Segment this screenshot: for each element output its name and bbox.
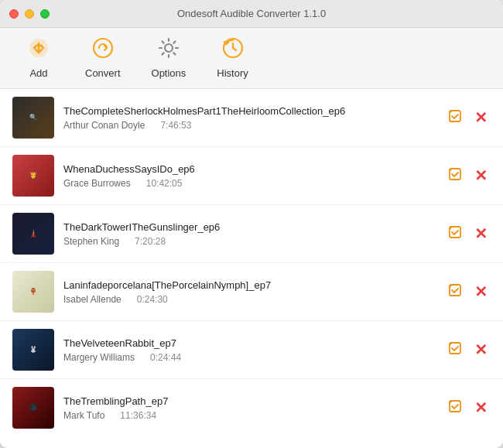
book-duration: 7:20:28 (135, 236, 166, 247)
toolbar: Add Convert Options (0, 28, 503, 89)
svg-rect-7 (450, 285, 460, 296)
book-meta: Mark Tufo 11:36:34 (63, 410, 436, 421)
book-author: Isabel Allende (63, 294, 121, 305)
book-title: WhenaDuchessSaysIDo_ep6 (63, 163, 436, 175)
edit-icon (448, 399, 462, 417)
add-icon (28, 37, 50, 64)
edit-icon (448, 167, 462, 185)
book-info: TheCompleteSherlockHolmesPart1TheHeirloo… (63, 105, 436, 131)
book-author: Mark Tufo (63, 410, 104, 421)
minimize-button[interactable] (25, 9, 34, 19)
book-cover: 🗼 (12, 213, 54, 255)
book-title: TheDarkTowerITheGunslinger_ep6 (63, 221, 436, 233)
book-duration: 7:46:53 (160, 120, 191, 131)
svg-rect-5 (450, 169, 460, 180)
book-actions: ✕ (445, 163, 491, 188)
book-list: 🔍 TheCompleteSherlockHolmesPart1TheHeirl… (0, 89, 503, 448)
book-title: TheTremblingPath_ep7 (63, 395, 436, 407)
book-info: TheTremblingPath_ep7 Mark Tufo 11:36:34 (63, 395, 436, 421)
book-actions: ✕ (445, 337, 491, 362)
svg-rect-4 (450, 111, 460, 121)
edit-button[interactable] (445, 338, 465, 362)
book-title: TheCompleteSherlockHolmesPart1TheHeirloo… (63, 105, 436, 117)
history-icon (222, 37, 244, 64)
options-icon (158, 37, 180, 64)
book-cover: 🏺 (12, 271, 54, 313)
book-info: Laninfadeporcelana[ThePorcelainNymph]_ep… (63, 279, 436, 305)
book-meta: Isabel Allende 0:24:30 (63, 294, 436, 305)
edit-icon (448, 109, 462, 127)
options-label: Options (152, 67, 186, 79)
book-info: WhenaDuchessSaysIDo_ep6 Grace Burrowes 1… (63, 163, 436, 189)
svg-rect-9 (450, 401, 460, 412)
table-row: 🏺 Laninfadeporcelana[ThePorcelainNymph]_… (0, 263, 503, 321)
book-actions: ✕ (445, 279, 491, 304)
delete-button[interactable]: ✕ (471, 221, 491, 246)
history-button[interactable]: History (209, 34, 255, 82)
book-info: TheVelveteenRabbit_ep7 Margery Williams … (63, 337, 436, 363)
delete-button[interactable]: ✕ (471, 279, 491, 304)
book-cover: 🔍 (12, 97, 54, 139)
book-meta: Arthur Conan Doyle 7:46:53 (63, 120, 436, 131)
svg-point-1 (94, 39, 112, 57)
edit-button[interactable] (445, 222, 465, 246)
delete-button[interactable]: ✕ (471, 163, 491, 188)
book-meta: Stephen King 7:20:28 (63, 236, 436, 247)
book-author: Grace Burrowes (63, 178, 131, 189)
add-button[interactable]: Add (15, 34, 62, 82)
table-row: 👸 WhenaDuchessSaysIDo_ep6 Grace Burrowes… (0, 147, 503, 205)
book-title: Laninfadeporcelana[ThePorcelainNymph]_ep… (63, 279, 436, 291)
book-author: Margery Williams (63, 352, 135, 363)
edit-icon (448, 341, 462, 359)
close-icon: ✕ (474, 340, 488, 359)
close-icon: ✕ (474, 282, 488, 301)
table-row: 🌑 TheTremblingPath_ep7 Mark Tufo 11:36:3… (0, 379, 503, 436)
book-cover: 🌑 (12, 387, 54, 429)
table-row: 🗼 TheDarkTowerITheGunslinger_ep6 Stephen… (0, 205, 503, 263)
title-bar: Ondesoft Audible Converter 1.1.0 (0, 0, 503, 28)
close-icon: ✕ (474, 398, 488, 417)
delete-button[interactable]: ✕ (471, 337, 491, 362)
svg-rect-6 (450, 227, 460, 238)
book-author: Arthur Conan Doyle (63, 120, 145, 131)
book-meta: Margery Williams 0:24:44 (63, 352, 436, 363)
add-label: Add (29, 67, 47, 79)
convert-button[interactable]: Convert (77, 34, 128, 82)
delete-button[interactable]: ✕ (471, 395, 491, 420)
close-icon: ✕ (474, 166, 488, 185)
book-actions: ✕ (445, 395, 491, 420)
book-cover: 👸 (12, 155, 54, 197)
edit-icon (448, 283, 462, 301)
main-window: Ondesoft Audible Converter 1.1.0 Add (0, 0, 503, 448)
book-title: TheVelveteenRabbit_ep7 (63, 337, 436, 349)
convert-icon (92, 37, 114, 64)
edit-button[interactable] (445, 164, 465, 188)
options-button[interactable]: Options (144, 34, 194, 82)
book-duration: 11:36:34 (120, 410, 156, 421)
book-duration: 10:42:05 (146, 178, 183, 189)
edit-icon (448, 225, 462, 243)
book-info: TheDarkTowerITheGunslinger_ep6 Stephen K… (63, 221, 436, 247)
book-author: Stephen King (63, 236, 119, 247)
window-title: Ondesoft Audible Converter 1.1.0 (177, 8, 326, 19)
svg-point-2 (165, 44, 173, 52)
book-actions: ✕ (445, 221, 491, 246)
edit-button[interactable] (445, 106, 465, 130)
edit-button[interactable] (445, 280, 465, 304)
book-meta: Grace Burrowes 10:42:05 (63, 178, 436, 189)
traffic-lights (9, 9, 50, 19)
delete-button[interactable]: ✕ (471, 105, 491, 130)
close-button[interactable] (9, 9, 19, 19)
book-actions: ✕ (445, 105, 491, 130)
close-icon: ✕ (474, 108, 488, 127)
convert-label: Convert (85, 67, 121, 79)
book-cover: 🐰 (12, 329, 54, 371)
book-duration: 0:24:30 (137, 294, 168, 305)
svg-rect-8 (450, 343, 460, 354)
book-duration: 0:24:44 (150, 352, 181, 363)
table-row: 🐰 TheVelveteenRabbit_ep7 Margery William… (0, 321, 503, 379)
edit-button[interactable] (445, 396, 465, 420)
table-row: 🔍 TheCompleteSherlockHolmesPart1TheHeirl… (0, 89, 503, 147)
history-label: History (217, 67, 248, 79)
maximize-button[interactable] (40, 9, 50, 19)
